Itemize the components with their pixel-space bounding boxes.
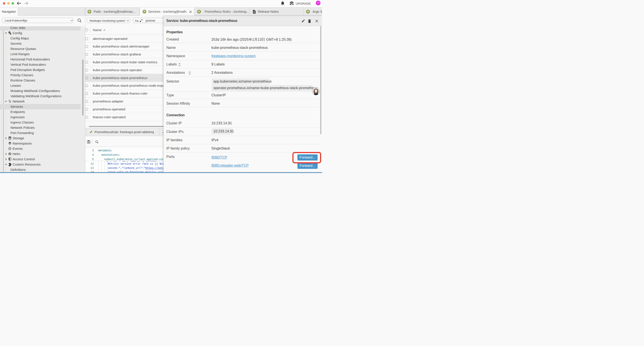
svg-text:HELM: HELM <box>8 153 12 154</box>
